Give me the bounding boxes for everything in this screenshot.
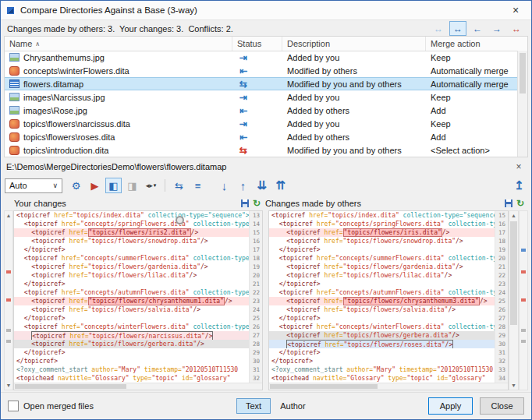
- column-header-merge-action[interactable]: Merge action: [426, 37, 527, 51]
- merge-action-value: Add: [431, 132, 446, 142]
- status-cell: ⇤: [232, 65, 282, 76]
- scroll-up-icon[interactable]: ▲: [509, 213, 518, 218]
- algorithm-select[interactable]: Auto ∨: [5, 178, 62, 193]
- code-text: <topicref href="topics/flowers/lilac.dit…: [14, 271, 249, 280]
- code-line: </topicref>25: [14, 314, 262, 323]
- scroll-down-icon[interactable]: ▼: [509, 383, 518, 388]
- merge-action-value: Keep: [431, 53, 451, 62]
- left-editor[interactable]: <topicref href="topics/index.dita" colle…: [13, 210, 263, 390]
- word-details-icon[interactable]: ◂▸ ▾: [143, 178, 159, 193]
- perform-diff-icon[interactable]: ▶: [87, 178, 103, 193]
- column-header-status[interactable]: Status: [232, 37, 282, 51]
- settings-gear-icon[interactable]: ⚙: [68, 178, 84, 193]
- left-overview-ruler[interactable]: ▲ ▼: [4, 210, 13, 390]
- table-scrollbar[interactable]: [517, 51, 527, 157]
- horizontal-scrollbar[interactable]: [269, 383, 508, 390]
- description-text: Added by others: [287, 106, 349, 115]
- line-number: 28: [249, 340, 262, 348]
- merge-action-cell[interactable]: Keep: [426, 93, 518, 102]
- last-change-icon[interactable]: ⇊: [254, 178, 270, 193]
- code-line: <topichead navtitle="Glossary" type="top…: [269, 374, 508, 383]
- close-window-icon[interactable]: ×: [505, 4, 527, 16]
- next-change-icon[interactable]: →: [488, 21, 505, 36]
- line-number: 23: [495, 280, 508, 288]
- open-merged-files-checkbox[interactable]: [8, 401, 19, 411]
- code-text: <topichead navtitle="Glossary" type="top…: [269, 374, 495, 383]
- save-icon[interactable]: [241, 199, 249, 207]
- merge-action-cell[interactable]: Keep: [426, 53, 518, 62]
- pane-gap: [263, 210, 268, 390]
- right-editor[interactable]: <topicref href="topics/index.dita" colle…: [268, 210, 509, 390]
- status-cell: ⇤: [232, 105, 282, 116]
- line-number: 23: [249, 297, 262, 305]
- overview-ruler[interactable]: [519, 210, 528, 390]
- description-text: Added by you: [287, 93, 339, 102]
- vertical-scrollbar[interactable]: ▲ ▼: [509, 210, 519, 390]
- merge-action-cell[interactable]: Add: [426, 106, 518, 115]
- column-header-description[interactable]: Description: [282, 37, 426, 51]
- apply-button[interactable]: Apply: [428, 397, 473, 415]
- scroll-down-icon[interactable]: ▼: [5, 383, 12, 388]
- first-change-icon[interactable]: ⇈: [272, 178, 289, 193]
- merge-action-cell[interactable]: Keep: [426, 119, 518, 129]
- close-button[interactable]: Close: [480, 397, 524, 415]
- table-row[interactable]: flowers.ditamap⇆Modified by you and by o…: [5, 77, 518, 90]
- merge-action-cell[interactable]: Add: [426, 132, 518, 142]
- line-number: 28: [495, 323, 508, 331]
- table-row[interactable]: topics\flowers\roses.dita⇤Added by other…: [5, 130, 518, 143]
- code-text: </topicref>: [14, 245, 249, 254]
- previous-conflict-icon[interactable]: ↔: [430, 21, 447, 36]
- jpg-file-icon: [9, 53, 20, 62]
- conflicts-icon[interactable]: ↔: [508, 21, 525, 36]
- scroll-up-icon[interactable]: ▲: [5, 213, 12, 218]
- code-line: </topicref>23: [269, 280, 508, 288]
- next-conflict-icon[interactable]: ↔: [449, 21, 466, 36]
- go-to-first-icon[interactable]: ↥: [511, 178, 527, 193]
- table-body: Chrysanthemums.jpg⇥Added by youKeepconce…: [5, 51, 518, 157]
- single-pane-view-icon[interactable]: ◨: [124, 178, 140, 193]
- line-number: 17: [249, 245, 262, 254]
- ruler-mark: [6, 329, 11, 332]
- line-number: 21: [249, 280, 262, 288]
- scrollbar-thumb[interactable]: [510, 221, 517, 325]
- text-mode-button[interactable]: Text: [236, 398, 271, 414]
- table-row[interactable]: images\Rose.jpg⇤Added by othersAdd: [5, 104, 518, 117]
- scrollbar-thumb[interactable]: [520, 53, 526, 94]
- table-row[interactable]: images\Narcissus.jpg⇥Added by youKeep: [5, 90, 518, 104]
- description-text: Modified by others: [287, 66, 357, 76]
- merge-action-cell[interactable]: Automatically merge: [426, 79, 518, 89]
- merge-action-cell[interactable]: Automatically merge: [426, 66, 518, 76]
- line-number: 30: [495, 340, 508, 348]
- column-header-name[interactable]: Name ∧: [5, 37, 232, 51]
- code-text: <topicref href="concepts/autumnFlowers.d…: [269, 288, 495, 297]
- code-text: <topicref href="topics/flowers/iris2.dit…: [14, 228, 249, 237]
- sync-scroll-icon[interactable]: ⇆: [171, 178, 187, 193]
- previous-change-icon[interactable]: ←: [469, 21, 486, 36]
- author-mode-button[interactable]: Author: [271, 398, 314, 414]
- previous-change-icon[interactable]: ↑: [235, 178, 251, 193]
- refresh-icon[interactable]: ↻: [516, 199, 524, 207]
- app-icon: [5, 5, 16, 16]
- code-text: <topicref href="concepts/summerFlowers.d…: [269, 254, 495, 263]
- table-row[interactable]: Chrysanthemums.jpg⇥Added by youKeep: [5, 51, 518, 64]
- scrollbar-thumb[interactable]: [270, 384, 378, 389]
- horizontal-scrollbar[interactable]: [14, 383, 262, 390]
- save-icon[interactable]: [505, 199, 512, 207]
- conflict-navigation: ↔ ↔ ← → ↔: [430, 21, 525, 36]
- ruler-mark: [6, 340, 11, 343]
- dual-pane-view-icon[interactable]: ◧: [105, 178, 122, 193]
- table-row[interactable]: concepts\winterFlowers.dita⇤Modified by …: [5, 64, 518, 77]
- refresh-icon[interactable]: ↻: [253, 199, 261, 207]
- close-file-icon[interactable]: ×: [512, 161, 526, 172]
- scrollbar-thumb[interactable]: [15, 384, 126, 389]
- table-row[interactable]: topics\introduction.dita⇆Modified by you…: [5, 143, 518, 157]
- merge-action-cell[interactable]: <Select action>: [426, 146, 518, 155]
- next-change-icon[interactable]: ↓: [216, 178, 232, 193]
- show-blocks-icon[interactable]: ≡: [190, 178, 206, 193]
- code-line: <topicref href="topics/flowers/gerbera.d…: [269, 331, 508, 340]
- code-text: <topicref href="topics/flowers/salvia.di…: [269, 305, 495, 314]
- table-row[interactable]: topics\flowers\narcissus.dita⇥Added by y…: [5, 117, 518, 130]
- code-line: </topicref>17: [14, 245, 262, 254]
- code-text: <topicref href="topics/index.dita" colle…: [269, 211, 495, 220]
- code-line: <topicref href="concepts/summerFlowers.d…: [14, 254, 262, 263]
